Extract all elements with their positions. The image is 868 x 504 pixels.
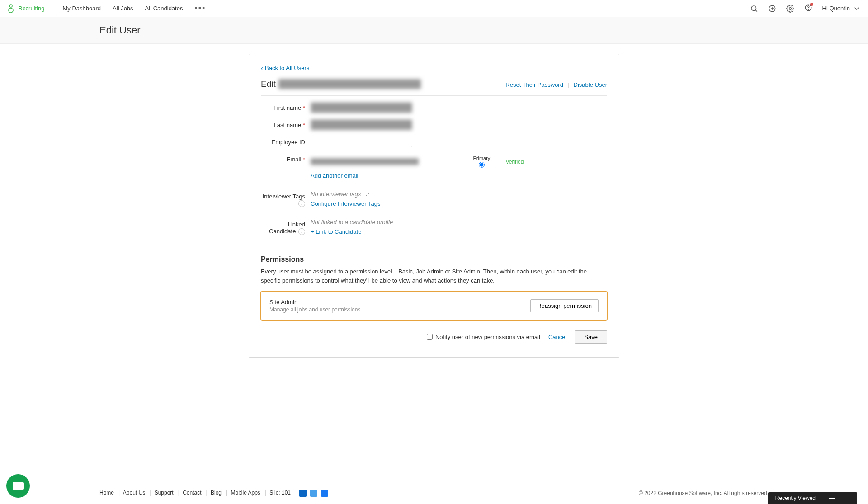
footer-mobile-apps[interactable]: Mobile Apps [231,490,260,496]
reassign-permission-button[interactable]: Reassign permission [530,299,599,312]
nav-my-dashboard[interactable]: My Dashboard [63,5,101,12]
permissions-description: Every user must be assigned to a permiss… [261,267,607,285]
notify-label-text: Notify user of new permissions via email [435,334,540,340]
nav-more-icon[interactable]: ••• [194,4,206,13]
product-logo[interactable]: Recruiting [7,4,45,14]
role-description: Manage all jobs and user permissions [269,306,360,313]
svg-point-7 [789,7,791,9]
edit-actions: Reset Their Password | Disable User [505,81,607,88]
interviewer-tags-label: Interviewer Tags i [261,191,311,207]
page-header: Edit User [0,17,868,44]
user-full-name-redacted: ████████ ███████████████ [278,79,421,89]
edit-user-card: Back to All Users Edit ████████ ████████… [249,54,619,358]
chevron-down-icon [853,5,861,13]
separator: | [568,81,569,88]
footer-copyright: © 2022 Greenhouse Software, Inc. All rig… [639,490,769,496]
svg-point-1 [9,8,13,13]
nav-all-jobs[interactable]: All Jobs [113,5,133,12]
linkedin-icon[interactable] [299,490,307,497]
notify-user-checkbox[interactable] [427,334,433,340]
plus-icon[interactable] [768,5,776,13]
search-icon[interactable] [750,5,758,13]
disable-user-link[interactable]: Disable User [574,81,607,88]
primary-email-radio[interactable] [479,162,485,168]
footer-support[interactable]: Support [155,490,174,496]
email-value-redacted: ██████████████████████████ [311,158,419,165]
employee-id-input[interactable] [311,137,412,147]
save-button[interactable]: Save [575,330,607,344]
footer-contact[interactable]: Contact [183,490,201,496]
svg-point-2 [751,6,756,11]
info-icon[interactable]: i [298,200,305,207]
permissions-heading: Permissions [261,255,607,264]
edit-heading: Edit ████████ ███████████████ [261,79,421,89]
back-to-users-link[interactable]: Back to All Users [261,64,309,72]
nav-all-candidates[interactable]: All Candidates [145,5,183,12]
footer-links: Home| About Us| Support| Contact| Blog| … [99,490,328,497]
cancel-link[interactable]: Cancel [548,334,566,340]
add-another-email-link[interactable]: Add another email [311,172,359,179]
chat-icon [13,482,24,490]
nav-right-icons: Hi Quentin [750,4,861,13]
facebook-icon[interactable] [321,490,328,497]
svg-line-3 [755,10,757,11]
top-nav: Recruiting My Dashboard All Jobs All Can… [0,0,868,17]
first-name-label: First name * [261,102,311,111]
last-name-input[interactable] [311,119,412,130]
product-name: Recruiting [18,5,45,12]
footer-home[interactable]: Home [99,490,114,496]
role-name: Site Admin [269,299,360,306]
svg-point-0 [9,5,12,7]
recently-viewed-panel[interactable]: Recently Viewed [768,492,857,504]
not-linked-text: Not linked to a candidate profile [311,219,393,226]
notification-dot-icon [810,3,813,6]
svg-point-9 [808,9,808,9]
logo-icon [7,4,14,14]
recently-viewed-label: Recently Viewed [775,495,816,501]
minimize-icon[interactable] [829,498,835,499]
twitter-icon[interactable] [310,490,317,497]
email-label: Email * [261,154,311,163]
reset-password-link[interactable]: Reset Their Password [505,81,563,88]
footer: Home| About Us| Support| Contact| Blog| … [0,482,868,504]
edit-tags-icon[interactable] [365,191,371,198]
info-icon[interactable]: i [298,228,305,235]
user-menu[interactable]: Hi Quentin [822,5,861,13]
linked-candidate-label: Linked Candidate i [261,219,311,235]
footer-blog[interactable]: Blog [211,490,222,496]
no-tags-text: No interviewer tags [311,191,361,198]
help-icon-wrap[interactable] [804,4,812,13]
footer-about[interactable]: About Us [123,490,145,496]
chat-bubble-button[interactable] [6,474,30,498]
user-greeting: Hi Quentin [822,5,850,12]
page-title: Edit User [99,24,769,36]
email-verified-badge: Verified [505,159,524,165]
link-to-candidate-link[interactable]: + Link to Candidate [311,228,393,235]
employee-id-label: Employee ID [261,137,311,146]
edit-label: Edit [261,79,276,89]
last-name-label: Last name * [261,119,311,128]
permission-level-box: Site Admin Manage all jobs and user perm… [261,291,607,320]
configure-interviewer-tags-link[interactable]: Configure Interviewer Tags [311,200,380,207]
first-name-input[interactable] [311,102,412,113]
footer-silo[interactable]: Silo: 101 [269,490,291,496]
primary-header: Primary [473,155,490,161]
gear-icon[interactable] [786,5,794,13]
notify-user-checkbox-label[interactable]: Notify user of new permissions via email [427,334,540,340]
permissions-section: Permissions Every user must be assigned … [261,247,607,344]
